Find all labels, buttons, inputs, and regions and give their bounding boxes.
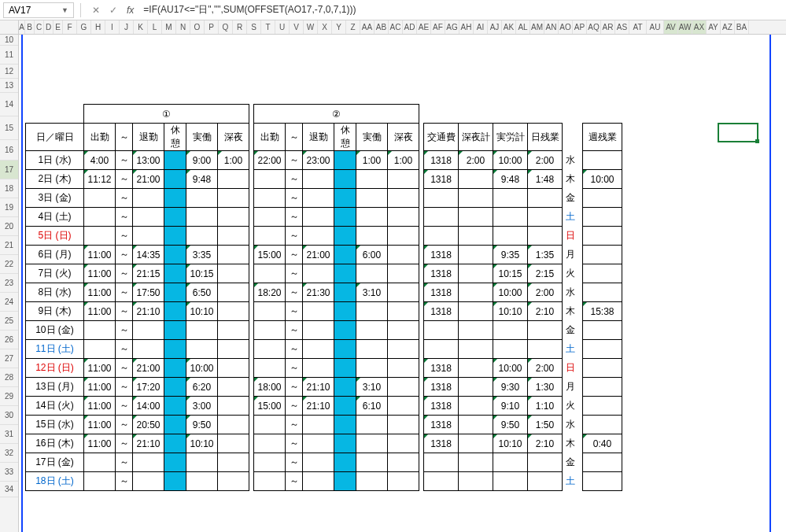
- row-header-34[interactable]: 34: [0, 482, 18, 497]
- col-header-AP[interactable]: AP: [573, 20, 587, 34]
- row-header-24[interactable]: 24: [0, 293, 18, 312]
- col-header-AI[interactable]: AI: [474, 20, 488, 34]
- formula-bar: AV17 ▼ ✕ ✓ fx =IF(AU17<="日","",SUM(OFFSE…: [0, 0, 786, 20]
- row-header-29[interactable]: 29: [0, 387, 18, 406]
- col-header-AM[interactable]: AM: [530, 20, 544, 34]
- col-header-AQ[interactable]: AQ: [587, 20, 601, 34]
- table-row: 2日 (木)11:12～21:009:48～13189:481:48木10:00: [26, 170, 622, 189]
- worksheet-table: ①②日／曜日出勤～退勤休憩実働深夜出勤～退勤休憩実働深夜交通費深夜計実労計日残業…: [25, 104, 622, 491]
- col-header-AZ[interactable]: AZ: [721, 20, 735, 34]
- col-header-AJ[interactable]: AJ: [488, 20, 502, 34]
- col-header-E[interactable]: E: [54, 20, 63, 34]
- col-header-D[interactable]: D: [44, 20, 54, 34]
- col-header-G[interactable]: G: [77, 20, 91, 34]
- col-header-AH[interactable]: AH: [459, 20, 474, 34]
- row-header-20[interactable]: 20: [0, 217, 18, 236]
- row-header-22[interactable]: 22: [0, 255, 18, 274]
- select-all-corner[interactable]: [0, 20, 19, 34]
- col-header-AO[interactable]: AO: [559, 20, 573, 34]
- col-header-V[interactable]: V: [290, 20, 304, 34]
- col-header-T[interactable]: T: [261, 20, 275, 34]
- row-header-26[interactable]: 26: [0, 331, 18, 349]
- col-header-AN[interactable]: AN: [544, 20, 559, 34]
- col-header-AG[interactable]: AG: [445, 20, 459, 34]
- row-header-27[interactable]: 27: [0, 349, 18, 368]
- row-header-16[interactable]: 16: [0, 140, 18, 161]
- col-header-AS[interactable]: AS: [615, 20, 629, 34]
- col-header-Y[interactable]: Y: [332, 20, 346, 34]
- col-header-AV[interactable]: AV: [664, 20, 678, 34]
- table-row: 7日 (火)11:00～21:1510:15～131810:152:15火: [26, 264, 622, 283]
- col-header-B[interactable]: B: [25, 20, 35, 34]
- col-header-L[interactable]: L: [148, 20, 162, 34]
- col-header-AL[interactable]: AL: [516, 20, 530, 34]
- table-row: 18日 (土)～～土: [26, 472, 622, 491]
- col-header-U[interactable]: U: [275, 20, 290, 34]
- row-header-15[interactable]: 15: [0, 116, 18, 140]
- table-row: 1日 (水)4:00～13:009:001:0022:00～23:001:001…: [26, 151, 622, 170]
- fx-icon[interactable]: fx: [122, 5, 138, 16]
- col-header-AD[interactable]: AD: [403, 20, 417, 34]
- row-header-30[interactable]: 30: [0, 406, 18, 425]
- col-header-AT[interactable]: AT: [629, 20, 647, 34]
- col-header-AY[interactable]: AY: [707, 20, 721, 34]
- row-header-17[interactable]: 17: [0, 161, 18, 179]
- table-row: 10日 (金)～～金: [26, 321, 622, 340]
- col-header-AU[interactable]: AU: [647, 20, 664, 34]
- row-header-33[interactable]: 33: [0, 463, 18, 482]
- col-header-AE[interactable]: AE: [417, 20, 431, 34]
- row-header-12[interactable]: 12: [0, 65, 18, 79]
- row-header-18[interactable]: 18: [0, 179, 18, 198]
- row-header-23[interactable]: 23: [0, 274, 18, 293]
- row-header-14[interactable]: 14: [0, 93, 18, 116]
- col-header-F[interactable]: F: [63, 20, 77, 34]
- col-header-H[interactable]: H: [91, 20, 105, 34]
- col-header-AX[interactable]: AX: [692, 20, 707, 34]
- col-header-N[interactable]: N: [176, 20, 190, 34]
- row-header-19[interactable]: 19: [0, 198, 18, 217]
- page-break-left: [21, 35, 23, 532]
- col-header-AK[interactable]: AK: [502, 20, 516, 34]
- col-header-O[interactable]: O: [190, 20, 205, 34]
- row-header-10[interactable]: 10: [0, 35, 18, 46]
- col-header-C[interactable]: C: [35, 20, 44, 34]
- fill-handle[interactable]: [755, 139, 759, 143]
- row-header-32[interactable]: 32: [0, 444, 18, 463]
- col-header-X[interactable]: X: [318, 20, 332, 34]
- col-header-AA[interactable]: AA: [360, 20, 375, 34]
- row-header-28[interactable]: 28: [0, 368, 18, 387]
- col-header-W[interactable]: W: [304, 20, 318, 34]
- table-row: 11日 (土)～～土: [26, 340, 622, 359]
- col-header-AF[interactable]: AF: [431, 20, 445, 34]
- col-header-R[interactable]: R: [233, 20, 247, 34]
- col-header-BA[interactable]: BA: [735, 20, 749, 34]
- row-header-13[interactable]: 13: [0, 79, 18, 93]
- name-box[interactable]: AV17 ▼: [3, 2, 74, 18]
- formula-input[interactable]: =IF(AU17<="日","",SUM(OFFSET(AO17,-7,0,7,…: [138, 2, 783, 18]
- col-header-M[interactable]: M: [162, 20, 176, 34]
- col-header-A[interactable]: A: [19, 20, 25, 34]
- col-header-AB[interactable]: AB: [375, 20, 389, 34]
- column-headers: ABCDEFGHIJKLMNOPQRSTUVWXYZAAABACADAEAFAG…: [0, 20, 786, 35]
- col-header-Z[interactable]: Z: [346, 20, 360, 34]
- row-headers: 1011121314151617181920212223242526272829…: [0, 35, 19, 532]
- table-row: 6日 (月)11:00～14:353:3515:00～21:006:001318…: [26, 246, 622, 264]
- col-header-AW[interactable]: AW: [678, 20, 692, 34]
- cancel-icon[interactable]: ✕: [87, 5, 105, 16]
- col-header-S[interactable]: S: [247, 20, 261, 34]
- col-header-AR[interactable]: AR: [601, 20, 615, 34]
- row-header-31[interactable]: 31: [0, 425, 18, 444]
- col-header-AC[interactable]: AC: [389, 20, 403, 34]
- col-header-K[interactable]: K: [134, 20, 148, 34]
- col-header-Q[interactable]: Q: [219, 20, 233, 34]
- row-header-21[interactable]: 21: [0, 236, 18, 255]
- cells[interactable]: 1 ページ ①②日／曜日出勤～退勤休憩実働深夜出勤～退勤休憩実働深夜交通費深夜計…: [19, 35, 786, 532]
- col-header-J[interactable]: J: [120, 20, 134, 34]
- row-header-11[interactable]: 11: [0, 46, 18, 65]
- name-box-value: AV17: [9, 5, 31, 16]
- col-header-P[interactable]: P: [205, 20, 219, 34]
- table-row: 3日 (金)～～金: [26, 189, 622, 208]
- row-header-25[interactable]: 25: [0, 312, 18, 331]
- check-icon[interactable]: ✓: [105, 5, 122, 16]
- col-header-I[interactable]: I: [105, 20, 120, 34]
